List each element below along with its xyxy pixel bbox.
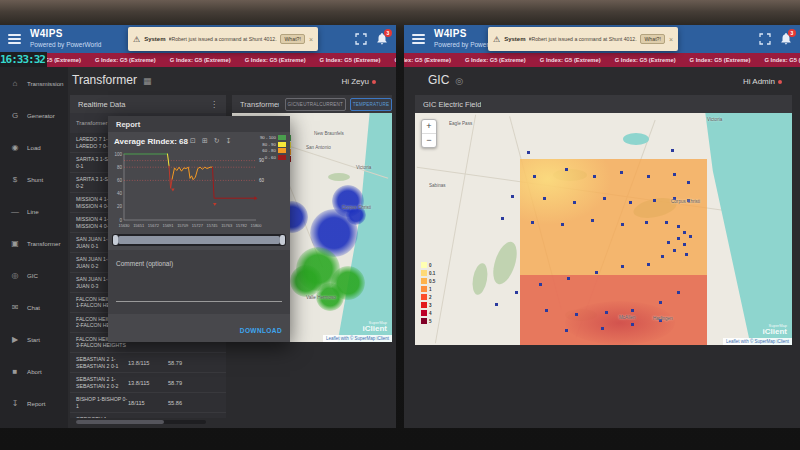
sidebar-item-load[interactable]: ◉Load <box>0 131 68 163</box>
table-row[interactable]: SEBASTIAN 2 1-SEBASTIAN 2 0-213.8/11558.… <box>70 373 226 393</box>
city-label: Harlingen <box>653 316 673 321</box>
sidebar-item-chat[interactable]: ✉Chat <box>0 291 68 323</box>
substation-dot <box>689 235 692 238</box>
sidebar-item-report[interactable]: ↧Report <box>0 387 68 419</box>
legend-entry: 60 - 80 <box>260 148 286 153</box>
home-icon: ⌂ <box>10 79 20 88</box>
substation-dot <box>667 241 670 244</box>
svg-text:15672: 15672 <box>148 223 160 228</box>
time-range-slider[interactable] <box>112 234 286 246</box>
efield-legend-entry: 0.5 <box>421 277 435 285</box>
temperature-toggle[interactable]: TEMPERATURE <box>350 98 392 111</box>
table-row[interactable]: GREGORY 1-GREGORY 0-1115/23056.89 <box>70 413 226 418</box>
toast-close-icon[interactable]: × <box>669 36 673 43</box>
sidebar-item-label: Transformer <box>27 240 60 247</box>
legend-label: 60 - 80 <box>262 148 276 153</box>
sidebar-item-generator[interactable]: GGenerator <box>0 99 68 131</box>
sidebar-item-line[interactable]: —Line <box>0 195 68 227</box>
snapshot-icon[interactable]: ⊞ <box>202 137 208 145</box>
transformer-icon: ▣ <box>10 239 20 248</box>
legend-label: 90 - 100 <box>260 135 276 140</box>
city-label: Eagle Pass <box>449 121 472 126</box>
substation-dot <box>683 231 686 234</box>
fullscreen-icon[interactable] <box>355 33 367 45</box>
efield-legend-entry: 4 <box>421 309 435 317</box>
zoom-out-button[interactable]: − <box>422 134 436 147</box>
svg-text:15782: 15782 <box>236 223 248 228</box>
toast-action-button[interactable]: What?! <box>640 34 664 44</box>
refresh-icon[interactable]: ↻ <box>214 137 220 145</box>
substation-dot <box>665 221 668 224</box>
comment-section: Comment (optional) <box>108 250 290 314</box>
menu-icon[interactable] <box>412 34 425 44</box>
substation-dot <box>573 201 576 204</box>
ticker-item: G Index: G5 (Extreme) <box>404 57 451 63</box>
city-label: San Antonio <box>306 145 331 150</box>
sidebar-item-label: Chat <box>27 304 40 311</box>
svg-text:60: 60 <box>117 178 123 183</box>
efield-legend-entry: 0 <box>421 261 435 269</box>
svg-text:15727: 15727 <box>192 223 204 228</box>
substation-dot <box>511 195 514 198</box>
online-status-dot <box>372 80 376 84</box>
download-button[interactable]: DOWNLOAD <box>240 327 282 334</box>
table-row[interactable]: SEBASTIAN 2 1-SEBASTIAN 2 0-113.8/11558.… <box>70 353 226 373</box>
map-attribution[interactable]: Leaflet with © SuperMap iClient <box>723 338 792 345</box>
svg-text:40: 40 <box>117 191 123 196</box>
gic-electric-field-map[interactable]: + − 00.10.512345 SuperMap iClient Leafle… <box>415 113 792 345</box>
sidebar-item-transformer[interactable]: ▣Transformer <box>0 227 68 259</box>
substation-dot <box>631 309 634 312</box>
dialog-title: Report <box>116 120 140 129</box>
gic-neutral-current-toggle[interactable]: GICNEUTRALCURRENT <box>285 98 346 111</box>
efield-overlay-deep-red <box>565 301 675 345</box>
legend-entry: 0 - 60 <box>260 155 286 160</box>
sidebar-item-shunt[interactable]: $Shunt <box>0 163 68 195</box>
crop-icon[interactable]: ⊡ <box>190 137 196 145</box>
substation-dot <box>621 223 624 226</box>
efield-legend-label: 0.5 <box>429 279 435 284</box>
substation-dot <box>561 223 564 226</box>
efield-legend-label: 3 <box>429 303 432 308</box>
zoom-in-button[interactable]: + <box>422 120 436 134</box>
toast-close-icon[interactable]: × <box>309 36 313 43</box>
card-title: Transformer <box>240 100 279 109</box>
city-label: Victoria <box>707 117 722 122</box>
left-browser-window: W4IPS Powered by PowerWorld 3 ⚠ System #… <box>0 25 396 428</box>
more-options-icon[interactable]: ⋮ <box>210 100 218 109</box>
efield-legend-swatch <box>421 270 427 276</box>
start-icon: ▶ <box>10 335 20 344</box>
chat-icon: ✉ <box>10 303 20 312</box>
efield-legend-swatch <box>421 318 427 324</box>
sidebar-item-gic[interactable]: ◎GIC <box>0 259 68 291</box>
slider-handle-right[interactable] <box>280 235 285 245</box>
sidebar-item-transmission[interactable]: ⌂Transmission <box>0 67 68 99</box>
sidebar-item-abort[interactable]: ■Abort <box>0 355 68 387</box>
map-attribution[interactable]: Leaflet with © SuperMap iClient <box>323 335 392 342</box>
cell-voltage: 18/115 <box>128 400 168 406</box>
legend-label: 0 - 60 <box>265 155 276 160</box>
ticker-item: G Index: G5 (Extreme) <box>320 57 381 63</box>
table-row[interactable]: BISHOP 1-BISHOP 0-118/11555.86 <box>70 393 226 413</box>
horizontal-scrollbar[interactable] <box>76 420 206 424</box>
app-bar: W4IPS Powered by PowerWorld 3 ⚠ System #… <box>404 25 800 53</box>
substation-dot <box>515 291 518 294</box>
toast-action-button[interactable]: What?! <box>280 34 304 44</box>
fullscreen-icon[interactable] <box>759 33 771 45</box>
substation-dot <box>605 311 608 314</box>
app-title: W4IPS <box>30 28 63 39</box>
efield-legend-swatch <box>421 286 427 292</box>
city-label: Valle Hermoso <box>306 295 336 300</box>
substation-dot <box>593 175 596 178</box>
sidebar-item-start[interactable]: ▶Start <box>0 323 68 355</box>
comment-input[interactable]: Comment (optional) <box>116 260 173 267</box>
user-greeting: Hi Zeyu <box>341 77 376 86</box>
report-icon: ↧ <box>10 399 20 408</box>
slider-handle-left[interactable] <box>113 235 118 245</box>
menu-icon[interactable] <box>8 34 21 44</box>
efield-legend-entry: 2 <box>421 293 435 301</box>
substation-dot <box>673 249 676 252</box>
substation-dot <box>539 283 542 286</box>
sidebar-item-label: Start <box>27 336 40 343</box>
download-icon[interactable]: ↧ <box>226 137 232 145</box>
substation-dot <box>661 255 664 258</box>
